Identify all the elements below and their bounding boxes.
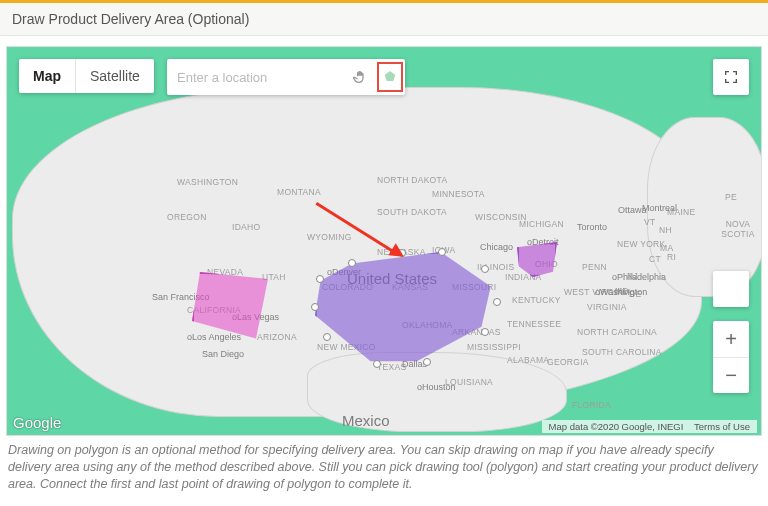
map-toolbar xyxy=(167,59,405,95)
polygon-vertex[interactable] xyxy=(348,259,356,267)
map-attribution: Map data ©2020 Google, INEGI Terms of Us… xyxy=(542,420,757,433)
city-label: Toronto xyxy=(577,222,607,232)
map-canvas[interactable]: United States Mexico WASHINGTONMONTANANO… xyxy=(6,46,762,436)
map-type-map[interactable]: Map xyxy=(19,59,75,93)
map-type-satellite[interactable]: Satellite xyxy=(75,59,154,93)
panel-header: Draw Product Delivery Area (Optional) xyxy=(0,0,768,36)
pan-tool-button[interactable] xyxy=(347,59,375,95)
polygon-vertex[interactable] xyxy=(481,265,489,273)
polygon-vertex[interactable] xyxy=(311,303,319,311)
instruction-text: Drawing on polygon is an optional method… xyxy=(8,442,760,493)
panel-title: Draw Product Delivery Area (Optional) xyxy=(12,11,249,27)
state-label: FLORIDA xyxy=(572,400,611,410)
map-data-text: Map data ©2020 Google, INEGI xyxy=(549,421,684,432)
city-label: San Diego xyxy=(202,349,244,359)
map-extra-button[interactable] xyxy=(713,271,749,307)
polygon-vertex[interactable] xyxy=(423,358,431,366)
polygon-vertex[interactable] xyxy=(316,275,324,283)
zoom-controls: + − xyxy=(713,321,749,393)
terms-link[interactable]: Terms of Use xyxy=(694,421,750,432)
hand-icon xyxy=(353,69,369,85)
polygon-tool-button[interactable] xyxy=(377,62,403,92)
city-label: oPhiladelphia xyxy=(612,272,666,282)
zoom-in-button[interactable]: + xyxy=(713,321,749,357)
city-label: oLos Angeles xyxy=(187,332,241,342)
polygon-vertex[interactable] xyxy=(323,333,331,341)
fullscreen-icon xyxy=(723,69,739,85)
city-label: Chicago xyxy=(480,242,513,252)
polygon-vertex[interactable] xyxy=(481,328,489,336)
city-label: Montreal xyxy=(642,203,677,213)
city-label: oWashington xyxy=(595,287,647,297)
map-type-toggle: Map Satellite xyxy=(19,59,154,93)
polygon-icon xyxy=(382,69,398,85)
polygon-vertex[interactable] xyxy=(373,360,381,368)
country-label-mx: Mexico xyxy=(342,412,390,429)
fullscreen-button[interactable] xyxy=(713,59,749,95)
city-label: oHouston xyxy=(417,382,456,392)
location-search-input[interactable] xyxy=(167,70,347,85)
polygon-vertex[interactable] xyxy=(493,298,501,306)
google-logo: Google xyxy=(13,414,61,431)
polygon-vertex[interactable] xyxy=(438,248,446,256)
zoom-out-button[interactable]: − xyxy=(713,357,749,393)
